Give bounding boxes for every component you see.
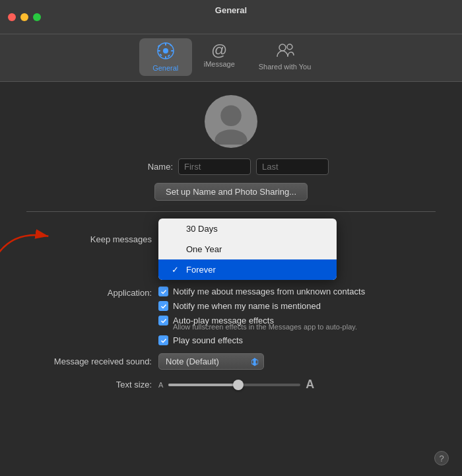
checkbox-row-unknown: Notify me about messages from unknown co… xyxy=(158,287,365,296)
checkbox-row-sound: Play sound effects xyxy=(158,335,365,345)
svg-point-1 xyxy=(163,48,168,53)
checkbox-autoplay[interactable] xyxy=(158,316,168,325)
window-controls xyxy=(8,13,41,21)
checkbox-name-mentioned[interactable] xyxy=(158,301,168,311)
window-title: General xyxy=(215,5,247,15)
close-button[interactable] xyxy=(8,13,16,21)
svg-point-13 xyxy=(215,129,248,145)
slider-wrapper: A A xyxy=(158,378,314,391)
keep-messages-row: Keep messages 30 Days One Year ✓ Forever xyxy=(26,219,436,280)
textsize-row: Text size: A A xyxy=(26,378,436,391)
dropdown-item-30days[interactable]: 30 Days xyxy=(158,219,337,239)
tab-general[interactable]: General xyxy=(139,38,192,76)
small-a-label: A xyxy=(158,381,163,389)
shared-icon xyxy=(276,42,294,61)
checkbox-row-name: Notify me when my name is mentioned xyxy=(158,301,365,311)
application-label: Application: xyxy=(26,287,158,298)
help-icon[interactable]: ? xyxy=(434,451,449,465)
maximize-button[interactable] xyxy=(33,13,41,21)
main-content: Name: Set up Name and Photo Sharing... K… xyxy=(0,82,462,411)
dropdown-item-forever[interactable]: ✓ Forever xyxy=(158,259,337,280)
help-button-fixed[interactable]: ? xyxy=(434,451,449,465)
dropdown-item-oneyear[interactable]: One Year xyxy=(158,239,337,259)
imessage-icon: @ xyxy=(211,42,227,58)
svg-point-12 xyxy=(220,106,242,127)
toolbar: General @ iMessage Shared with You xyxy=(0,34,462,82)
slider-thumb[interactable] xyxy=(233,380,244,390)
autoplay-subtext: Allow fullscreen effects in the Messages… xyxy=(173,323,365,331)
checkbox-unknown-contacts[interactable] xyxy=(158,287,168,296)
large-a-label: A xyxy=(306,378,314,391)
tab-shared-label: Shared with You xyxy=(259,63,312,71)
setup-btn-row: Set up Name and Photo Sharing... xyxy=(26,183,436,201)
first-name-input[interactable] xyxy=(178,158,251,175)
svg-point-11 xyxy=(287,44,292,50)
tab-shared[interactable]: Shared with You xyxy=(247,38,323,76)
tab-imessage-label: iMessage xyxy=(204,60,235,68)
svg-rect-5 xyxy=(171,50,174,51)
slider-track[interactable] xyxy=(168,384,300,386)
arrow-annotation xyxy=(0,225,66,261)
tab-general-label: General xyxy=(152,64,178,72)
titlebar: General xyxy=(0,0,462,34)
checkbox-name-label: Notify me when my name is mentioned xyxy=(173,301,321,311)
dropdown-label-forever: Forever xyxy=(186,265,216,275)
general-icon xyxy=(157,42,174,62)
name-row: Name: xyxy=(26,158,436,175)
slider-fill xyxy=(168,384,241,386)
application-checkboxes: Notify me about messages from unknown co… xyxy=(158,287,365,345)
minimize-button[interactable] xyxy=(20,13,28,21)
checkbox-unknown-label: Notify me about messages from unknown co… xyxy=(173,287,365,296)
svg-rect-2 xyxy=(165,43,166,46)
tab-imessage[interactable]: @ iMessage xyxy=(192,38,247,76)
sound-row: Message received sound: Note (Default) ⬡… xyxy=(26,353,436,370)
separator xyxy=(26,211,436,212)
sound-label: Message received sound: xyxy=(26,357,158,366)
last-name-input[interactable] xyxy=(256,158,329,175)
svg-rect-8 xyxy=(167,55,170,57)
checkbox-autoplay-group: Auto-play message effects Allow fullscre… xyxy=(158,316,365,331)
svg-rect-4 xyxy=(158,50,160,51)
application-row: Application: Notify me about messages fr… xyxy=(26,287,436,345)
svg-point-10 xyxy=(279,44,286,51)
checkbox-sound-effects[interactable] xyxy=(158,335,168,345)
avatar-section xyxy=(26,95,436,148)
dropdown-label-oneyear: One Year xyxy=(186,244,222,254)
dropdown-label-30days: 30 Days xyxy=(186,224,218,234)
textsize-label: Text size: xyxy=(26,380,158,390)
svg-rect-3 xyxy=(165,56,166,59)
sound-select[interactable]: Note (Default) xyxy=(158,353,264,370)
keep-messages-dropdown[interactable]: 30 Days One Year ✓ Forever xyxy=(158,219,337,280)
name-label: Name: xyxy=(133,162,173,172)
application-settings: Application: Notify me about messages fr… xyxy=(26,287,436,345)
checkbox-sound-label: Play sound effects xyxy=(173,335,243,345)
sound-select-wrapper: Note (Default) ⬡ ⬍ xyxy=(158,353,264,370)
check-forever: ✓ xyxy=(172,265,182,275)
avatar[interactable] xyxy=(205,95,257,148)
setup-sharing-button[interactable]: Set up Name and Photo Sharing... xyxy=(154,183,308,201)
